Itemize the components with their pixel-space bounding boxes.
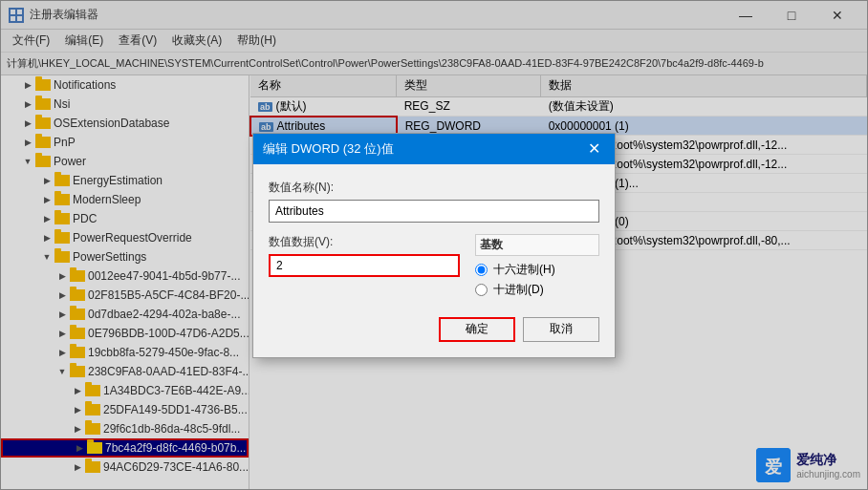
value-input[interactable] [269,254,460,277]
radio-hex[interactable]: 十六进制(H) [475,262,599,278]
dialog-overlay: 编辑 DWORD (32 位)值 ✕ 数值名称(N): 数值数据(V): 基数 … [0,0,868,490]
cancel-button[interactable]: 取消 [523,317,599,342]
dialog-buttons: 确定 取消 [269,317,599,342]
dialog-title-bar: 编辑 DWORD (32 位)值 ✕ [253,134,615,164]
dialog-title: 编辑 DWORD (32 位)值 [263,140,582,158]
radio-dec[interactable]: 十进制(D) [475,282,599,298]
base-title: 基数 [475,234,599,256]
radio-hex-input[interactable] [475,264,488,276]
dialog-body: 数值名称(N): 数值数据(V): 基数 十六进制(H) 十进制(D) [253,164,615,357]
name-input[interactable] [269,200,599,223]
edit-dword-dialog: 编辑 DWORD (32 位)值 ✕ 数值名称(N): 数值数据(V): 基数 … [252,133,616,358]
value-base-row: 数值数据(V): 基数 十六进制(H) 十进制(D) [269,234,599,302]
radio-hex-label: 十六进制(H) [493,262,555,278]
dialog-close-button[interactable]: ✕ [582,138,605,160]
value-section: 数值数据(V): [269,234,460,288]
radio-dec-input[interactable] [475,284,488,296]
name-label: 数值名称(N): [269,180,599,196]
base-section: 基数 十六进制(H) 十进制(D) [475,234,599,302]
ok-button[interactable]: 确定 [439,317,515,342]
value-label: 数值数据(V): [269,234,460,250]
radio-dec-label: 十进制(D) [493,282,544,298]
